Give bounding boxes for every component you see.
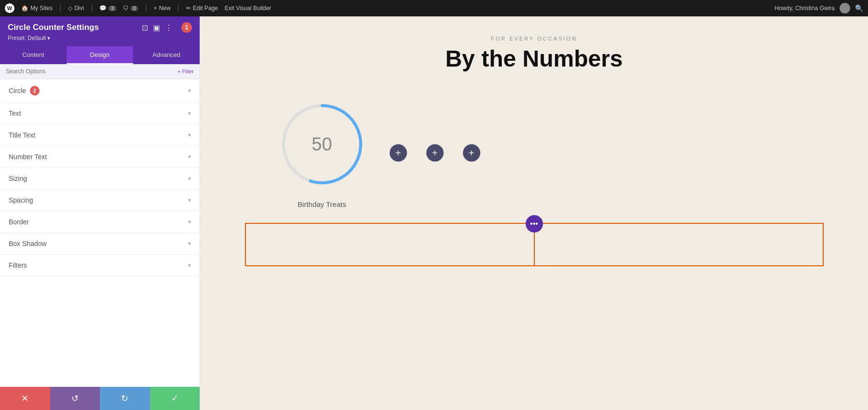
add-column-button-3[interactable]: + [463,144,480,162]
comments-nav[interactable]: 💬 3 [99,5,116,12]
section-options-button[interactable]: ••• [526,215,543,232]
main-layout: Circle Counter Settings ⊡ ▣ ⋮ 1 Preset: … [0,16,868,410]
divi-nav[interactable]: ◇ Divi [68,5,84,12]
chevron-down-icon: ▾ [188,132,191,138]
circles-row: 50 Birthday Treats + + + [245,96,824,208]
option-number-text[interactable]: Number Text ▾ [0,146,200,168]
columns-icon[interactable]: ▣ [153,23,160,32]
section-label: FOR EVERY OCCASION [491,36,577,41]
save-button[interactable]: ✓ [150,387,200,410]
tab-advanced[interactable]: Advanced [133,46,200,64]
wordpress-icon[interactable]: W [5,3,14,13]
bottom-right-col [535,224,823,265]
circle-number: 50 [312,134,332,155]
window-icon[interactable]: ⊡ [142,23,148,32]
option-title-text[interactable]: Title Text ▾ [0,124,200,146]
my-sites-nav[interactable]: 🏠 My Sites [21,5,53,12]
sidebar-options-list: Circle 2 ▾ Text ▾ Title Text ▾ Number [0,79,200,387]
option-circle[interactable]: Circle 2 ▾ [0,79,200,103]
circle-widget: 50 Birthday Treats [274,96,370,208]
chevron-down-icon: ▾ [47,35,50,41]
chevron-down-icon: ▾ [188,87,191,94]
sidebar: Circle Counter Settings ⊡ ▣ ⋮ 1 Preset: … [0,16,200,410]
tab-content[interactable]: Content [0,46,67,64]
search-icon[interactable]: 🔍 [855,4,863,12]
option-sizing[interactable]: Sizing ▾ [0,168,200,190]
section-title: By the Numbers [445,45,623,72]
option-box-shadow[interactable]: Box Shadow ▾ [0,233,200,255]
main-content: FOR EVERY OCCASION By the Numbers 50 Bir… [200,16,868,410]
sidebar-tabs: Content Design Advanced [0,46,200,64]
option-spacing[interactable]: Spacing ▾ [0,190,200,211]
badge-2: 2 [30,86,40,96]
chat-icon: 🗨 [123,5,129,12]
chevron-down-icon: ▾ [188,262,191,269]
badge-1: 1 [181,22,192,33]
chevron-down-icon: ▾ [188,219,191,225]
chevron-down-icon: ▾ [188,240,191,247]
circle-label: Birthday Treats [298,200,346,208]
sidebar-actions: ✕ ↺ ↻ ✓ [0,387,200,410]
divi-icon: ◇ [68,5,72,12]
chevron-down-icon: ▾ [188,110,191,117]
option-filters[interactable]: Filters ▾ [0,255,200,276]
bubble-icon: 💬 [99,5,107,12]
bottom-left-col [246,224,535,265]
more-icon[interactable]: ⋮ [165,23,173,32]
sidebar-title-row: Circle Counter Settings ⊡ ▣ ⋮ 1 [8,22,192,33]
top-nav-bar: W 🏠 My Sites | ◇ Divi | 💬 3 🗨 0 | + New … [0,0,868,16]
chat-nav[interactable]: 🗨 0 [123,5,138,12]
chevron-down-icon: ▾ [188,153,191,160]
plus-icon: + [154,5,157,12]
home-icon: 🏠 [21,5,28,12]
pencil-icon: ✏ [186,5,191,12]
filter-button[interactable]: + Filter [177,68,194,74]
tab-design[interactable]: Design [67,46,133,64]
exit-builder-button[interactable]: Exit Visual Builder [225,5,271,12]
option-text[interactable]: Text ▾ [0,103,200,124]
new-button[interactable]: + New [154,5,171,12]
sidebar-search-bar: + Filter [0,64,200,79]
redo-button[interactable]: ↻ [100,387,150,410]
chevron-down-icon: ▾ [188,175,191,182]
chevron-down-icon: ▾ [188,197,191,204]
user-info: Howdy, Christina Gwira 🔍 [775,3,863,14]
circle-progress: 50 [274,96,370,192]
cancel-button[interactable]: ✕ [0,387,50,410]
search-input[interactable] [6,68,177,75]
bottom-section-preview: ••• [245,223,824,266]
option-border[interactable]: Border ▾ [0,211,200,233]
sidebar-header-icons: ⊡ ▣ ⋮ 1 [142,22,192,33]
add-column-button-2[interactable]: + [426,144,444,162]
sidebar-title: Circle Counter Settings [8,23,99,32]
preset-selector[interactable]: Preset: Default ▾ [8,35,192,41]
add-column-button-1[interactable]: + [390,144,407,162]
avatar [840,3,850,14]
undo-button[interactable]: ↺ [50,387,100,410]
edit-page-button[interactable]: ✏ Edit Page [186,5,218,12]
sidebar-header: Circle Counter Settings ⊡ ▣ ⋮ 1 Preset: … [0,16,200,46]
